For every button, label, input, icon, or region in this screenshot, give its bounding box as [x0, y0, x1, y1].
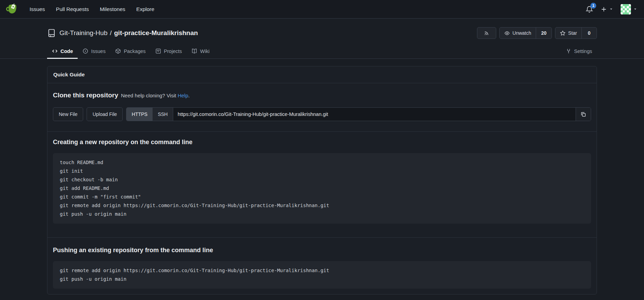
clone-toolbar: New File Upload File HTTPS SSH: [53, 107, 591, 121]
code-block: git remote add origin https://git.comori…: [53, 261, 591, 289]
https-toggle[interactable]: HTTPS: [126, 108, 153, 121]
wrench-icon: [566, 48, 571, 54]
repo-separator: /: [110, 29, 112, 37]
repo-name-link[interactable]: git-practice-Muralikrishnan: [114, 29, 198, 37]
user-menu[interactable]: [621, 4, 637, 14]
tab-projects[interactable]: Projects: [151, 45, 187, 59]
eye-icon: [504, 30, 510, 36]
tab-label: Settings: [574, 49, 592, 54]
clone-heading: Clone this repository: [53, 92, 118, 99]
main-content: Quick Guide Clone this repository Need h…: [0, 59, 644, 294]
nav-item-pull-requests[interactable]: Pull Requests: [51, 0, 95, 19]
notification-count-badge: 1: [590, 3, 596, 9]
tab-label: Code: [60, 49, 73, 54]
upload-file-button[interactable]: Upload File: [87, 107, 123, 121]
tab-label: Issues: [91, 49, 106, 54]
tab-wiki[interactable]: Wiki: [187, 45, 214, 59]
kanban-board-icon: [155, 48, 161, 54]
section-heading: Creating a new repository on the command…: [53, 139, 591, 146]
repo-header: Git-Training-Hub / git-practice-Muralikr…: [0, 19, 644, 59]
repo-title-row: Git-Training-Hub / git-practice-Muralikr…: [47, 27, 597, 39]
clone-url-group: HTTPS SSH: [126, 107, 591, 121]
rss-icon: [484, 30, 489, 36]
push-repo-section: Pushing an existing repository from the …: [47, 238, 597, 294]
chevron-down-icon: [609, 7, 613, 11]
unwatch-button[interactable]: Unwatch: [500, 28, 535, 39]
notifications-button[interactable]: 1: [586, 6, 593, 13]
ssh-toggle[interactable]: SSH: [153, 108, 173, 121]
repo-book-icon: [47, 29, 56, 38]
tab-issues[interactable]: Issues: [78, 45, 110, 59]
section-heading: Pushing an existing repository from the …: [53, 247, 591, 254]
help-text-after: .: [188, 93, 190, 98]
tab-settings[interactable]: Settings: [561, 45, 597, 59]
star-label: Star: [568, 30, 577, 36]
repo-owner-link[interactable]: Git-Training-Hub: [59, 29, 108, 37]
chevron-down-icon: [633, 7, 637, 11]
star-group: Star 0: [555, 27, 597, 39]
book-icon: [191, 48, 197, 54]
plus-icon: [601, 6, 607, 12]
tab-label: Wiki: [200, 49, 209, 54]
copy-url-button[interactable]: [576, 108, 591, 121]
gitea-logo[interactable]: [5, 3, 18, 15]
star-button[interactable]: Star: [555, 28, 581, 39]
code-icon: [52, 48, 58, 54]
new-file-button[interactable]: New File: [53, 107, 83, 121]
quick-guide-title: Quick Guide: [47, 66, 597, 83]
unwatch-label: Unwatch: [512, 30, 531, 36]
repo-actions: Unwatch 20 Star 0: [477, 27, 597, 39]
repo-tabs: Code Issues Packages: [47, 45, 597, 58]
stars-count[interactable]: 0: [581, 28, 597, 39]
create-new-dropdown[interactable]: [601, 6, 613, 12]
clone-url-input[interactable]: [173, 108, 576, 121]
avatar: [621, 4, 631, 14]
rss-button[interactable]: [477, 27, 496, 39]
help-text-before: Need help cloning? Visit: [121, 93, 178, 98]
code-block: touch README.md git init git checkout -b…: [53, 153, 591, 224]
nav-item-issues[interactable]: Issues: [24, 0, 51, 19]
quick-guide-panel: Quick Guide Clone this repository Need h…: [47, 66, 597, 294]
tab-code[interactable]: Code: [47, 45, 78, 59]
star-icon: [560, 30, 566, 36]
copy-icon: [580, 111, 586, 117]
create-repo-section: Creating a new repository on the command…: [47, 132, 597, 238]
tab-label: Packages: [124, 49, 146, 54]
package-cube-icon: [115, 48, 121, 54]
issue-circle-icon: [82, 48, 88, 54]
top-navbar: Issues Pull Requests Milestones Explore …: [0, 0, 644, 19]
watch-group: Unwatch 20: [499, 27, 552, 39]
nav-item-explore[interactable]: Explore: [131, 0, 160, 19]
nav-item-milestones[interactable]: Milestones: [94, 0, 131, 19]
tab-label: Projects: [164, 49, 182, 54]
clone-section: Clone this repository Need help cloning?…: [47, 83, 597, 132]
watchers-count[interactable]: 20: [536, 28, 552, 39]
help-link[interactable]: Help: [178, 93, 188, 98]
tab-packages[interactable]: Packages: [110, 45, 151, 59]
clone-help-text: Need help cloning? Visit Help.: [121, 93, 190, 98]
navbar-right: 1: [586, 4, 639, 14]
